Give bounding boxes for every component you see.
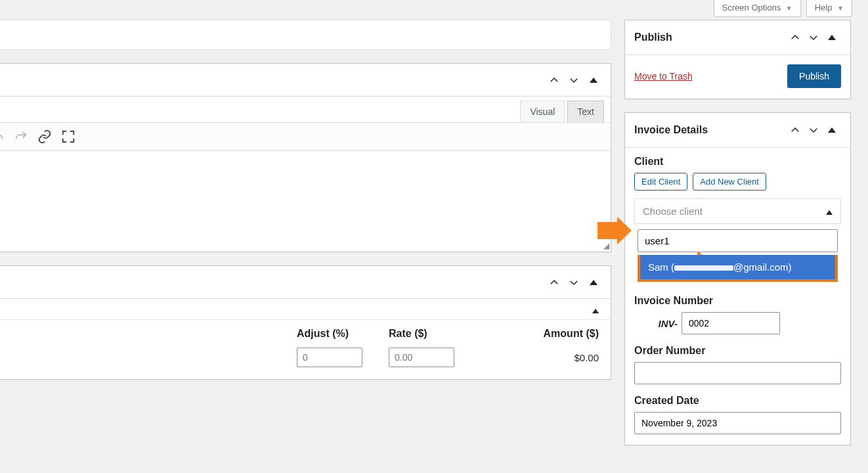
order-number-input[interactable] [634,362,841,384]
col-rate-header: Rate ($) [389,328,507,340]
chevron-down-icon[interactable] [565,71,583,89]
redacted-email-icon [674,265,733,271]
chevron-down-icon[interactable] [804,28,823,47]
panel-toggle-icon[interactable] [584,273,603,292]
redo-icon[interactable] [11,127,31,146]
col-adjust-header: Adjust (%) [297,328,389,340]
publish-panel: Publish Move to Trash Publish [624,20,851,99]
caret-down-icon: ▼ [786,5,792,12]
resize-handle-icon[interactable]: ◢ [603,241,609,250]
caret-down-icon: ▼ [837,5,844,12]
screen-options-button[interactable]: Screen Options ▼ [714,0,801,17]
panel-toggle-icon[interactable] [584,71,603,89]
invoice-number-input[interactable] [682,312,780,334]
chevron-up-icon[interactable] [786,28,804,47]
panel-toggle-icon[interactable] [823,121,841,139]
lineitems-panel: Adjust (%) Rate ($) Amount ($) $0.00 [0,265,611,380]
chevron-up-icon[interactable] [545,273,563,292]
client-option-suffix: @gmail.com) [733,261,792,273]
chevron-up-icon[interactable] [786,121,804,139]
tab-text[interactable]: Text [567,101,604,122]
invoice-details-title: Invoice Details [634,124,786,136]
editor-panel: Visual Text [0,63,611,252]
created-date-label: Created Date [634,395,841,407]
tab-visual[interactable]: Visual [520,101,565,122]
created-date-input[interactable] [634,412,841,434]
add-new-client-button[interactable]: Add New Client [693,173,766,191]
annotation-arrow-icon [597,222,617,239]
post-title-input[interactable] [0,22,611,47]
client-option-prefix: Sam ( [648,261,674,273]
rate-input[interactable] [389,348,454,367]
publish-button[interactable]: Publish [787,64,841,88]
choose-client-select[interactable]: Choose client Sam (@gmail.com) [634,198,841,224]
choose-client-placeholder: Choose client [643,206,703,217]
edit-client-button[interactable]: Edit Client [634,173,687,191]
invoice-prefix: INV- [634,318,678,329]
screen-options-label: Screen Options [722,3,781,12]
help-button[interactable]: Help ▼ [806,0,852,17]
fullscreen-icon[interactable] [58,127,78,146]
sort-toggle-icon[interactable] [592,305,599,315]
adjust-input[interactable] [297,348,362,367]
caret-up-icon [826,206,833,217]
invoice-details-panel: Invoice Details Client Edit Client Add N… [624,112,851,445]
chevron-down-icon[interactable] [565,273,583,292]
client-search-input[interactable] [638,229,838,252]
help-label: Help [815,3,833,12]
move-to-trash-link[interactable]: Move to Trash [634,71,693,81]
link-icon[interactable] [35,127,54,146]
order-number-label: Order Number [634,345,841,357]
undo-icon[interactable] [0,127,7,146]
invoice-number-label: Invoice Number [634,295,841,307]
client-dropdown: Sam (@gmail.com) [635,227,840,282]
client-option-sam[interactable]: Sam (@gmail.com) [638,255,838,282]
chevron-down-icon[interactable] [804,121,823,139]
client-label: Client [634,156,841,168]
amount-value: $0.00 [507,352,599,363]
col-amount-header: Amount ($) [507,328,599,340]
publish-panel-title: Publish [634,32,786,43]
panel-toggle-icon[interactable] [823,28,841,47]
editor-textarea[interactable] [0,151,611,250]
chevron-up-icon[interactable] [545,71,563,89]
